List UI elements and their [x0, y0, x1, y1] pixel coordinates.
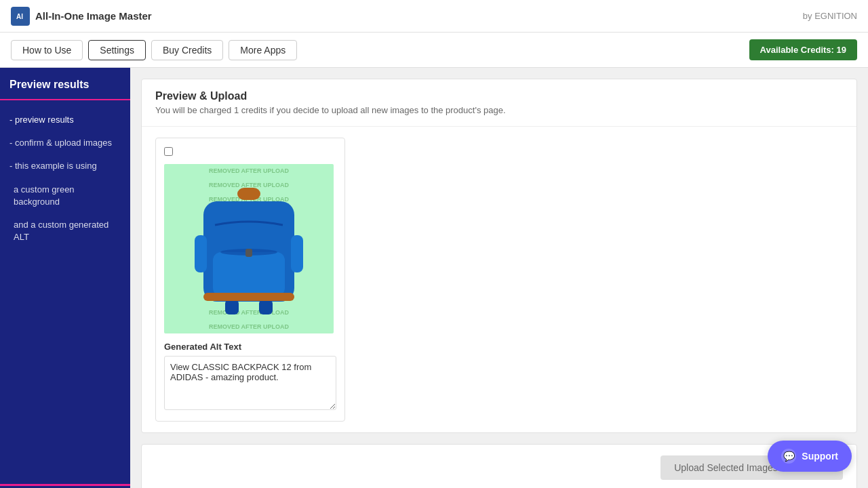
sidebar-item-confirm[interactable]: - confirm & upload images [0, 131, 130, 155]
alt-text-section: Generated Alt Text View CLASSIC BACKPACK… [164, 342, 336, 413]
support-button[interactable]: 💬 Support [768, 441, 852, 472]
card-title: Preview & Upload [155, 90, 843, 102]
sidebar: Preview results - preview results - conf… [0, 68, 130, 488]
svg-rect-10 [195, 235, 207, 272]
sidebar-nav: - preview results - confirm & upload ima… [0, 100, 130, 484]
card-subtitle: You will be charged 1 credits if you dec… [155, 105, 843, 115]
svg-rect-8 [259, 300, 273, 314]
svg-text:AI: AI [16, 13, 23, 20]
preview-upload-card: Preview & Upload You will be charged 1 c… [141, 79, 857, 433]
top-bar-left: AI All-In-One Image Master [11, 7, 152, 26]
image-select-checkbox[interactable] [164, 147, 173, 156]
svg-rect-9 [203, 293, 294, 301]
sidebar-title: Preview results [0, 68, 130, 100]
image-preview: REMOVED AFTER UPLOAD REMOVED AFTER UPLOA… [164, 164, 334, 333]
top-bar: AI All-In-One Image Master by EGNITION [0, 0, 868, 33]
image-checkbox-wrapper [164, 146, 336, 159]
svg-rect-4 [213, 252, 285, 296]
how-to-use-button[interactable]: How to Use [11, 40, 83, 60]
backpack-image [184, 181, 313, 317]
sidebar-item-preview[interactable]: - preview results [0, 108, 130, 131]
by-label: by EGNITION [803, 11, 857, 21]
alt-text-label: Generated Alt Text [164, 342, 336, 352]
sidebar-bottom-accent [0, 484, 130, 488]
footer-card: Upload Selected Images to the Pro... [141, 444, 857, 488]
svg-rect-2 [237, 188, 260, 200]
svg-rect-11 [291, 235, 303, 272]
app-title: All-In-One Image Master [35, 10, 152, 22]
more-apps-button[interactable]: More Apps [229, 40, 297, 60]
nav-bar: How to Use Settings Buy Credits More App… [0, 33, 868, 68]
sidebar-item-green-bg[interactable]: a custom green background [0, 178, 130, 214]
nav-bar-left: How to Use Settings Buy Credits More App… [11, 40, 297, 60]
credits-badge: Available Credits: 19 [749, 39, 857, 60]
svg-rect-7 [225, 300, 239, 314]
alt-text-textarea[interactable]: View CLASSIC BACKPACK 12 from ADIDAS - a… [164, 356, 336, 410]
sidebar-item-alt[interactable]: and a custom generated ALT [0, 214, 130, 249]
support-icon: 💬 [781, 449, 796, 464]
support-label: Support [802, 451, 838, 462]
app-icon: AI [11, 7, 30, 26]
card-header: Preview & Upload You will be charged 1 c… [142, 79, 856, 127]
buy-credits-button[interactable]: Buy Credits [151, 40, 223, 60]
card-body: REMOVED AFTER UPLOAD REMOVED AFTER UPLOA… [142, 127, 856, 432]
image-item: REMOVED AFTER UPLOAD REMOVED AFTER UPLOA… [155, 138, 345, 422]
sidebar-item-example[interactable]: - this example is using [0, 155, 130, 178]
settings-button[interactable]: Settings [88, 40, 146, 60]
main-content: Preview & Upload You will be charged 1 c… [130, 68, 868, 488]
svg-rect-6 [245, 249, 252, 257]
layout: Preview results - preview results - conf… [0, 68, 868, 488]
